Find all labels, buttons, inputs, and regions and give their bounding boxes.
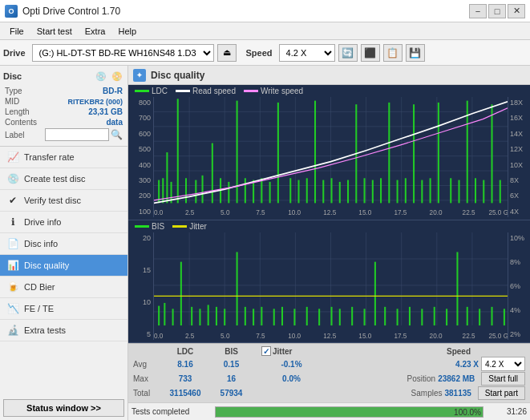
svg-rect-29 bbox=[253, 180, 254, 204]
speed-select[interactable]: 4.2 X bbox=[279, 44, 335, 62]
svg-rect-95 bbox=[273, 309, 275, 325]
y1r-label-3: 10X bbox=[508, 161, 530, 169]
drive-select[interactable]: (G:) HL-DT-ST BD-RE WH16NS48 1.D3 bbox=[32, 44, 214, 62]
y1-label-0: 100 bbox=[128, 208, 153, 216]
svg-rect-50 bbox=[430, 178, 431, 203]
save-button[interactable]: 💾 bbox=[406, 44, 425, 62]
stop-button[interactable]: ⬛ bbox=[361, 44, 380, 62]
svg-text:17.5: 17.5 bbox=[394, 208, 407, 217]
svg-rect-92 bbox=[245, 306, 246, 325]
disc-label-input[interactable] bbox=[45, 128, 109, 141]
svg-rect-91 bbox=[237, 252, 238, 325]
bis-header: BIS bbox=[209, 347, 253, 356]
cd-bier-label: CD Bier bbox=[24, 282, 55, 292]
svg-rect-37 bbox=[322, 180, 324, 204]
status-window-button[interactable]: Status window >> bbox=[3, 399, 124, 417]
disc-quality-label: Disc quality bbox=[24, 260, 69, 270]
speed-header: Speed bbox=[447, 347, 471, 356]
svg-rect-43 bbox=[372, 180, 374, 204]
progress-area: Tests completed 100.0% 31:26 bbox=[128, 402, 530, 420]
svg-rect-88 bbox=[208, 305, 209, 325]
svg-rect-31 bbox=[269, 182, 271, 203]
fe-te-icon: 📉 bbox=[6, 302, 19, 315]
svg-rect-103 bbox=[364, 309, 366, 325]
create-test-disc-label: Create test disc bbox=[24, 174, 85, 184]
jitter-check-area: ✓ Jitter bbox=[261, 346, 322, 356]
disc-mid-row: MID RITEKBR2 (000) bbox=[3, 97, 124, 106]
disc-type-label: Type bbox=[5, 87, 22, 95]
menu-extra[interactable]: Extra bbox=[79, 25, 112, 38]
svg-rect-113 bbox=[479, 309, 480, 325]
app-title: Opti Drive Control 1.70 bbox=[22, 6, 120, 17]
speed-select-stats[interactable]: 4.2 X bbox=[481, 357, 525, 371]
y2-label-2: 15 bbox=[128, 266, 153, 274]
nav-items: 📈 Transfer rate 💿 Create test disc ✔ Ver… bbox=[0, 147, 127, 396]
sidebar: Disc 💿 📀 Type BD-R MID RITEKBR2 (000) Le… bbox=[0, 66, 128, 420]
svg-rect-107 bbox=[409, 306, 411, 325]
ldc-legend: LDC bbox=[135, 87, 168, 95]
maximize-button[interactable]: □ bbox=[488, 4, 506, 18]
start-full-button[interactable]: Start full bbox=[481, 372, 525, 386]
menu-file[interactable]: File bbox=[3, 25, 30, 38]
write-speed-legend-text: Write speed bbox=[261, 87, 303, 95]
disc-icon-1[interactable]: 💿 bbox=[94, 69, 108, 83]
sidebar-item-transfer-rate[interactable]: 📈 Transfer rate bbox=[0, 147, 127, 168]
sidebar-item-verify-test-disc[interactable]: ✔ Verify test disc bbox=[0, 190, 127, 212]
svg-rect-58 bbox=[500, 180, 501, 204]
transfer-rate-icon: 📈 bbox=[6, 151, 19, 164]
svg-rect-96 bbox=[281, 306, 283, 325]
copy-button[interactable]: 📋 bbox=[383, 44, 403, 62]
stats-area: LDC BIS ✓ Jitter Speed Avg 8.16 0.15 bbox=[128, 343, 530, 402]
time-display: 31:26 bbox=[487, 407, 527, 416]
svg-rect-99 bbox=[318, 309, 320, 325]
sidebar-item-cd-bier[interactable]: 🍺 CD Bier bbox=[0, 277, 127, 298]
y1r-label-0: 4X bbox=[508, 208, 530, 216]
total-bis: 57934 bbox=[209, 389, 253, 398]
disc-icon-2[interactable]: 📀 bbox=[110, 69, 124, 83]
menu-help[interactable]: Help bbox=[111, 25, 143, 38]
start-part-button[interactable]: Start part bbox=[478, 386, 525, 400]
drive-info-icon: ℹ bbox=[6, 216, 19, 228]
total-label: Total bbox=[133, 389, 161, 398]
position-label: Position bbox=[407, 374, 436, 383]
svg-rect-97 bbox=[293, 309, 295, 325]
menu-start-test[interactable]: Start test bbox=[30, 25, 79, 38]
y1-label-3: 400 bbox=[128, 161, 153, 169]
close-button[interactable]: ✕ bbox=[508, 4, 525, 18]
y1-label-5: 600 bbox=[128, 130, 153, 138]
sidebar-item-drive-info[interactable]: ℹ Drive info bbox=[0, 212, 127, 233]
drive-info-label: Drive info bbox=[24, 217, 61, 227]
svg-rect-85 bbox=[180, 261, 182, 325]
svg-rect-21 bbox=[185, 178, 187, 203]
svg-rect-42 bbox=[364, 178, 366, 203]
sidebar-item-create-test-disc[interactable]: 💿 Create test disc bbox=[0, 168, 127, 190]
label-edit-icon[interactable]: 🔍 bbox=[111, 129, 123, 140]
total-ldc: 3115460 bbox=[161, 389, 209, 398]
minimize-button[interactable]: − bbox=[469, 4, 487, 18]
refresh-button[interactable]: 🔄 bbox=[338, 44, 358, 62]
write-speed-legend: Write speed bbox=[244, 87, 303, 95]
avg-label: Avg bbox=[133, 360, 161, 369]
svg-text:10.0: 10.0 bbox=[288, 331, 301, 340]
svg-rect-47 bbox=[405, 178, 407, 203]
ldc-chart-container: LDC Read speed Write speed 100 bbox=[128, 85, 530, 220]
jitter-checkbox[interactable]: ✓ bbox=[261, 346, 271, 356]
sidebar-item-disc-quality[interactable]: 📊 Disc quality bbox=[0, 255, 127, 277]
jitter-legend-text: Jitter bbox=[189, 222, 207, 231]
svg-rect-27 bbox=[237, 101, 238, 204]
disc-contents-label: Contents bbox=[5, 118, 37, 127]
svg-rect-34 bbox=[297, 180, 299, 204]
svg-text:12.5: 12.5 bbox=[323, 331, 336, 340]
sidebar-item-fe-te[interactable]: 📉 FE / TE bbox=[0, 298, 127, 320]
svg-rect-104 bbox=[374, 261, 376, 325]
create-test-disc-icon: 💿 bbox=[6, 172, 19, 185]
svg-text:2.5: 2.5 bbox=[185, 208, 195, 217]
y1r-label-1: 6X bbox=[508, 192, 530, 200]
svg-rect-57 bbox=[491, 104, 492, 203]
sidebar-item-extra-tests[interactable]: 🔬 Extra tests bbox=[0, 320, 127, 341]
svg-text:15.0: 15.0 bbox=[358, 331, 371, 340]
sidebar-item-disc-info[interactable]: 📄 Disc info bbox=[0, 233, 127, 255]
eject-button[interactable]: ⏏ bbox=[217, 44, 237, 62]
svg-rect-51 bbox=[438, 103, 439, 203]
svg-text:5.0: 5.0 bbox=[220, 208, 230, 217]
